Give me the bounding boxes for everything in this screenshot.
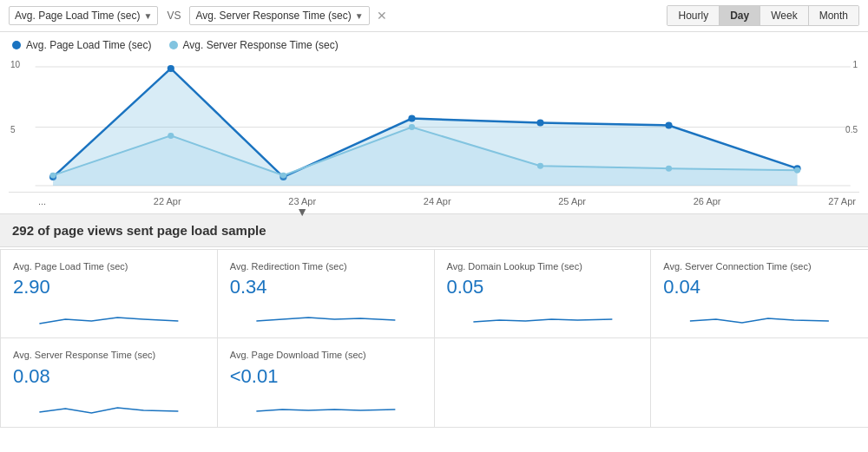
vs-label: VS <box>163 10 184 22</box>
x-label-23apr: 23 Apr ▼ <box>288 196 316 206</box>
metric-value-1: 0.34 <box>230 276 422 298</box>
metric-label-2: Avg. Domain Lookup Time (sec) <box>447 260 639 272</box>
x-label-26apr: 26 Apr <box>694 196 721 206</box>
metric1-chevron-icon: ▼ <box>144 11 153 21</box>
x-label-24apr: 24 Apr <box>424 196 451 206</box>
metric-card-empty-1 <box>435 338 652 427</box>
metric-value-4: 0.08 <box>13 365 205 388</box>
svg-point-15 <box>409 124 415 130</box>
sparkline-server-connection <box>663 302 856 328</box>
metric-label-5: Avg. Page Download Time (sec) <box>230 349 422 361</box>
chart-area: 10 5 1 0.5 <box>9 58 859 193</box>
svg-point-16 <box>537 163 543 169</box>
metric2-label: Avg. Server Response Time (sec) <box>195 10 351 22</box>
legend-dot-server-response <box>169 41 178 49</box>
legend-item-page-load: Avg. Page Load Time (sec) <box>12 39 152 51</box>
legend-item-server-response: Avg. Server Response Time (sec) <box>169 39 339 51</box>
metric-card-page-load: Avg. Page Load Time (sec) 2.90 <box>1 250 218 338</box>
legend-label-page-load: Avg. Page Load Time (sec) <box>26 39 152 51</box>
svg-point-12 <box>49 173 56 179</box>
sparkline-redirection <box>230 302 422 328</box>
svg-point-17 <box>666 166 672 172</box>
metrics-grid: Avg. Page Load Time (sec) 2.90 Avg. Redi… <box>0 249 868 428</box>
svg-point-14 <box>280 173 286 179</box>
metric-label-0: Avg. Page Load Time (sec) <box>13 260 205 272</box>
metric-value-2: 0.05 <box>447 276 639 298</box>
legend-label-server-response: Avg. Server Response Time (sec) <box>183 39 339 51</box>
close-metric2-button[interactable]: ✕ <box>377 9 387 23</box>
time-period-selector: Hourly Day Week Month <box>667 5 859 26</box>
metric-card-server-response: Avg. Server Response Time (sec) 0.08 <box>1 338 218 427</box>
sparkline-server-response <box>13 391 205 417</box>
metric-label-4: Avg. Server Response Time (sec) <box>13 349 205 361</box>
x-label-ellipsis: ... <box>38 196 46 206</box>
x-label-22apr: 22 Apr <box>154 196 181 206</box>
day-button[interactable]: Day <box>720 6 760 25</box>
metric2-chevron-icon: ▼ <box>355 11 364 21</box>
month-button[interactable]: Month <box>809 6 858 25</box>
svg-point-5 <box>168 65 174 72</box>
sparkline-domain-lookup <box>447 302 639 328</box>
chart-wrapper: 10 5 1 0.5 <box>0 58 868 210</box>
week-button[interactable]: Week <box>760 6 808 25</box>
metric2-select[interactable]: Avg. Server Response Time (sec) ▼ <box>189 6 369 25</box>
svg-point-7 <box>408 115 415 122</box>
svg-point-13 <box>168 133 174 139</box>
x-axis-labels: ... 22 Apr 23 Apr ▼ 24 Apr 25 Apr 26 Apr… <box>0 193 868 210</box>
toolbar: Avg. Page Load Time (sec) ▼ VS Avg. Serv… <box>0 0 868 32</box>
sparkline-page-load <box>13 302 205 328</box>
metric-card-page-download: Avg. Page Download Time (sec) <0.01 <box>218 338 435 427</box>
metric-card-domain-lookup: Avg. Domain Lookup Time (sec) 0.05 <box>435 250 652 338</box>
metric1-label: Avg. Page Load Time (sec) <box>15 10 141 22</box>
x-label-27apr: 27 Apr <box>828 196 856 206</box>
metric-label-1: Avg. Redirection Time (sec) <box>230 260 422 272</box>
chart-svg <box>9 58 859 192</box>
metric-value-0: 2.90 <box>13 276 205 298</box>
svg-point-8 <box>536 120 543 127</box>
metric-card-server-connection: Avg. Server Connection Time (sec) 0.04 <box>651 250 868 338</box>
chart-legend: Avg. Page Load Time (sec) Avg. Server Re… <box>0 32 868 58</box>
legend-dot-page-load <box>12 41 21 49</box>
sparkline-page-download <box>230 391 422 417</box>
metric1-select[interactable]: Avg. Page Load Time (sec) ▼ <box>9 6 158 25</box>
x-label-25apr: 25 Apr <box>558 196 586 206</box>
metric-card-empty-2 <box>651 338 868 427</box>
annotation-arrow-icon: ▼ <box>296 205 308 219</box>
metric-value-5: <0.01 <box>230 365 422 388</box>
summary-bar: 292 of page views sent page load sample <box>0 213 868 247</box>
hourly-button[interactable]: Hourly <box>667 6 720 25</box>
y-axis-left: 10 5 <box>10 58 20 192</box>
svg-point-9 <box>665 122 672 129</box>
y-axis-right: 1 0.5 <box>845 58 858 192</box>
svg-point-18 <box>794 167 800 174</box>
metric-value-3: 0.04 <box>663 276 856 298</box>
metric-card-redirection: Avg. Redirection Time (sec) 0.34 <box>218 250 435 338</box>
summary-text: 292 of page views sent page load sample <box>12 223 266 238</box>
metric-label-3: Avg. Server Connection Time (sec) <box>663 260 856 272</box>
